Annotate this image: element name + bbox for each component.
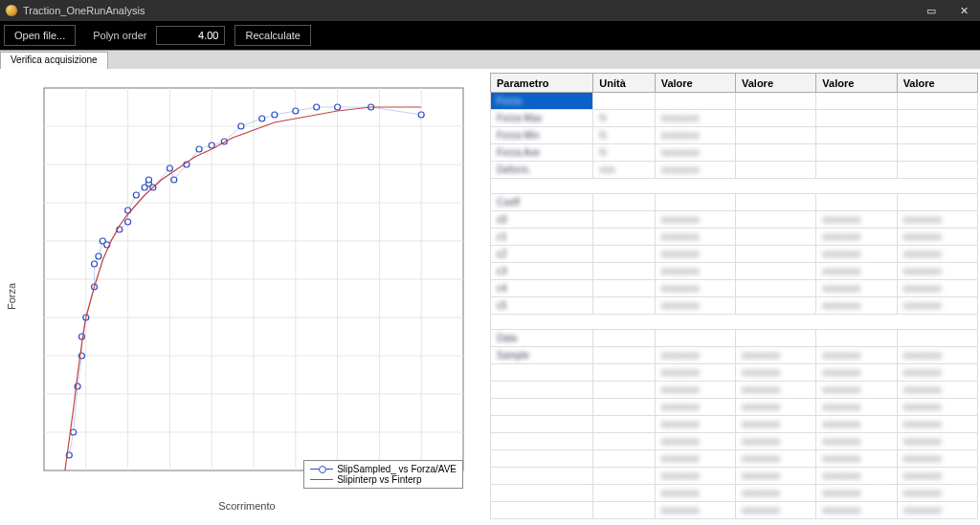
table-cell — [736, 229, 816, 246]
table-cell: xxxxxxxx — [736, 433, 816, 450]
table-row[interactable]: xxxxxxxxxxxxxxxxxxxxxxxxxxxxxxxx — [491, 399, 978, 416]
table-cell: mm — [593, 162, 655, 179]
table-cell: xxxxxxxx — [655, 450, 735, 468]
table-cell: xxxxxxxx — [736, 347, 816, 364]
table-row[interactable]: Samplexxxxxxxxxxxxxxxxxxxxxxxxxxxxxxxx — [491, 347, 978, 364]
table-cell — [816, 127, 897, 144]
table-cell — [655, 93, 735, 110]
column-header[interactable]: Parametro — [491, 74, 593, 93]
table-cell: c0 — [491, 211, 593, 229]
table-cell: xxxxxxxx — [816, 450, 897, 468]
table-cell — [816, 330, 897, 347]
table-cell — [491, 502, 593, 519]
table-row[interactable]: xxxxxxxxxxxxxxxxxxxxxxxxxxxxxxxx — [491, 450, 978, 468]
table-row[interactable]: Deform.mmxxxxxxxx — [491, 162, 978, 179]
table-cell: xxxxxxxx — [655, 280, 735, 297]
table-cell — [593, 468, 655, 485]
svg-point-27 — [96, 253, 101, 259]
table-cell: N — [593, 110, 655, 127]
table-cell — [736, 93, 816, 110]
table-cell — [593, 382, 655, 399]
table-cell — [897, 162, 977, 179]
table-row[interactable]: c3xxxxxxxxxxxxxxxxxxxxxxxx — [491, 263, 978, 280]
table-row[interactable]: Data — [491, 330, 978, 347]
table-cell: xxxxxxxx — [655, 468, 735, 485]
table-row[interactable]: c5xxxxxxxxxxxxxxxxxxxxxxxx — [491, 297, 978, 315]
svg-point-38 — [167, 165, 172, 171]
table-row[interactable]: c4xxxxxxxxxxxxxxxxxxxxxxxx — [491, 280, 978, 297]
table-row[interactable]: c2xxxxxxxxxxxxxxxxxxxxxxxx — [491, 246, 978, 263]
table-cell: xxxxxxxx — [897, 382, 977, 399]
table-cell: xxxxxxxx — [816, 229, 897, 246]
table-cell: xxxxxxxx — [816, 297, 897, 315]
close-button[interactable]: ✕ — [957, 4, 970, 17]
table-row[interactable]: xxxxxxxxxxxxxxxxxxxxxxxxxxxxxxxx — [491, 416, 978, 433]
table-row[interactable]: xxxxxxxxxxxxxxxxxxxxxxxxxxxxxxxx — [491, 485, 978, 502]
table-cell — [593, 330, 655, 347]
table-row[interactable]: xxxxxxxxxxxxxxxxxxxxxxxxxxxxxxxx — [491, 382, 978, 399]
table-row[interactable]: xxxxxxxxxxxxxxxxxxxxxxxxxxxxxxxx — [491, 468, 978, 485]
table-cell: xxxxxxxx — [655, 110, 735, 127]
column-header[interactable]: Unità — [593, 74, 655, 93]
table-cell — [491, 399, 593, 416]
table-row[interactable]: Forza — [491, 93, 978, 110]
tab-verifica-acquisizione[interactable]: Verifica acquisizione — [0, 52, 108, 69]
table-cell — [816, 194, 897, 211]
open-file-button[interactable]: Open file... — [4, 25, 76, 46]
chart-panel: Forza Scorrimento SlipSampled_ vs Forza/… — [0, 69, 488, 525]
table-cell: xxxxxxxx — [816, 485, 897, 502]
recalculate-button[interactable]: Recalculate — [234, 25, 310, 46]
column-header[interactable]: Valore — [655, 74, 735, 93]
toolbar: Open file... Polyn order Recalculate — [0, 21, 980, 50]
table-row[interactable]: xxxxxxxxxxxxxxxxxxxxxxxxxxxxxxxx — [491, 433, 978, 450]
table-cell — [736, 297, 816, 315]
table-cell: Forza Ave — [491, 144, 593, 162]
table-cell — [491, 485, 593, 502]
table-row[interactable]: c0xxxxxxxxxxxxxxxxxxxxxxxx — [491, 211, 978, 229]
window-title: Traction_OneRunAnalysis — [23, 5, 924, 16]
column-header[interactable]: Valore — [736, 74, 816, 93]
table-cell — [897, 330, 977, 347]
svg-point-44 — [238, 123, 244, 129]
table-cell: c2 — [491, 246, 593, 263]
svg-point-47 — [293, 108, 299, 114]
table-cell — [736, 330, 816, 347]
svg-point-39 — [171, 177, 177, 183]
table-cell: Forza Max — [491, 110, 593, 127]
table-cell — [736, 127, 816, 144]
table-row[interactable]: Coeff — [491, 194, 978, 211]
column-header[interactable]: Valore — [897, 74, 977, 93]
parameter-table[interactable]: ParametroUnitàValoreValoreValoreValore F… — [490, 73, 978, 519]
table-row[interactable]: Forza MaxNxxxxxxxx — [491, 110, 978, 127]
polyn-order-input[interactable] — [156, 26, 225, 45]
table-cell: xxxxxxxx — [816, 280, 897, 297]
table-cell: xxxxxxxx — [816, 399, 897, 416]
table-cell — [593, 263, 655, 280]
table-cell — [593, 211, 655, 229]
chart-plot[interactable] — [13, 82, 473, 493]
svg-point-26 — [92, 261, 98, 267]
table-cell: xxxxxxxx — [655, 364, 735, 382]
table-cell: c4 — [491, 280, 593, 297]
table-cell: xxxxxxxx — [736, 399, 816, 416]
table-cell — [491, 450, 593, 468]
table-row[interactable]: Forza MinNxxxxxxxx — [491, 127, 978, 144]
table-cell — [655, 194, 735, 211]
table-row[interactable]: Forza AveNxxxxxxxx — [491, 144, 978, 162]
table-cell — [593, 347, 655, 364]
table-cell: xxxxxxxx — [897, 347, 977, 364]
table-row[interactable]: xxxxxxxxxxxxxxxxxxxxxxxxxxxxxxxx — [491, 502, 978, 519]
table-cell: xxxxxxxx — [736, 450, 816, 468]
table-row[interactable]: xxxxxxxxxxxxxxxxxxxxxxxxxxxxxxxx — [491, 364, 978, 382]
column-header[interactable]: Valore — [816, 74, 897, 93]
table-cell — [491, 433, 593, 450]
table-cell — [593, 416, 655, 433]
table-cell — [593, 450, 655, 468]
restore-button[interactable]: ▭ — [924, 4, 938, 17]
table-cell: xxxxxxxx — [655, 399, 735, 416]
table-cell: Coeff — [491, 194, 593, 211]
table-row[interactable]: c1xxxxxxxxxxxxxxxxxxxxxxxx — [491, 229, 978, 246]
table-cell: Forza — [491, 93, 593, 110]
workarea: Forza Scorrimento SlipSampled_ vs Forza/… — [0, 69, 980, 525]
table-cell — [593, 93, 655, 110]
